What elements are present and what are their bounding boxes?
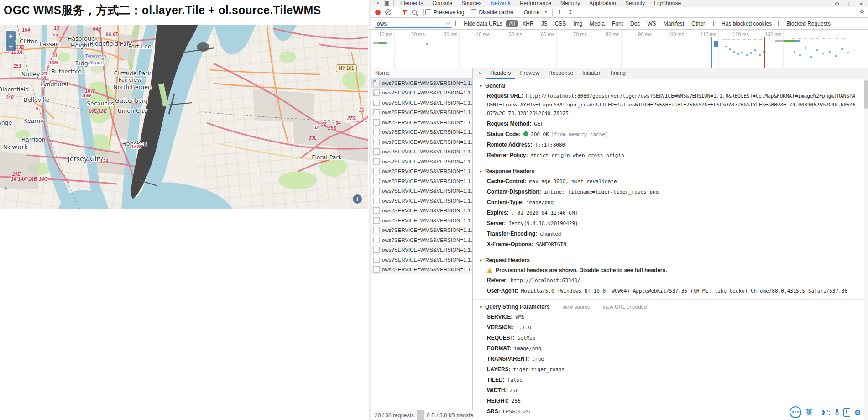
request-row[interactable]: ows?SERVICE=WMS&VERSION=1.1…. [371,265,472,275]
place-label: Cliffside Park [114,70,152,77]
overview-dash [759,39,762,40]
section-expander-icon[interactable]: ▼ [479,258,483,263]
request-row[interactable]: ows?SERVICE=WMS&VERSION=1.1…. [371,88,472,98]
request-row[interactable]: ows?SERVICE=WMS&VERSION=1.1…. [371,127,472,137]
type-filter-ws[interactable]: WS [644,20,659,27]
section-title[interactable]: ▼Request Headers [473,255,864,265]
clear-icon[interactable] [385,9,391,15]
request-row[interactable]: ows?SERVICE=WMS&VERSION=1.1…. [371,157,472,167]
section-title[interactable]: ▼Query String Parametersview sourceview … [473,302,864,312]
section-expander-icon[interactable]: ▼ [479,305,483,310]
request-row[interactable]: ows?SERVICE=WMS&VERSION=1.1…. [371,215,472,226]
type-filter-font[interactable]: Font [609,20,626,27]
tab-elements[interactable]: Elements [396,0,428,7]
request-row[interactable]: ows?SERVICE=WMS&VERSION=1.1…. [371,226,472,236]
close-details-icon[interactable]: × [475,70,486,77]
type-filter-media[interactable]: Media [587,20,607,27]
header-row: Status Code:200 OK(from memory cache) [473,129,864,140]
ime-language-toggle[interactable]: 英 [805,408,813,417]
request-row[interactable]: ows?SERVICE=WMS&VERSION=1.1…. [371,186,472,196]
request-row[interactable]: ows?SERVICE=WMS&VERSION=1.1…. [371,167,472,177]
preserve-log-checkbox[interactable] [425,9,431,15]
request-row[interactable]: ows?SERVICE=WMS&VERSION=1.1…. [371,78,472,88]
tick-label: 70 ms [559,31,587,37]
export-har-icon[interactable]: ↧ [568,9,573,16]
openlayers-map[interactable]: CliftonPassaicHasbrouckHeightsRidgefield… [0,25,368,209]
details-tab-response[interactable]: Response [544,68,578,79]
ime-logo[interactable]: iFLY [790,406,801,418]
attribution-info-button[interactable]: i [353,194,362,204]
zoom-out-button[interactable]: − [6,41,16,51]
details-tab-timing[interactable]: Timing [605,68,630,79]
name-column-header[interactable]: Name [371,68,472,78]
details-tab-initiator[interactable]: Initiator [578,68,605,79]
moon-icon[interactable] [816,409,824,416]
section-expander-icon[interactable]: ▼ [479,169,483,174]
record-button[interactable] [375,10,381,15]
tab-network[interactable]: Network [486,0,515,7]
section-link[interactable]: view URL encoded [603,304,647,310]
type-filter-other[interactable]: Other [689,20,708,27]
clear-filter-icon[interactable]: ⊗ [446,21,450,26]
close-devtools-icon[interactable]: ✕ [859,1,863,7]
has-blocked-cookies-checkbox[interactable] [713,21,719,26]
tile-thumbnail-icon [373,237,380,243]
type-filter-js[interactable]: JS [539,20,550,27]
request-row[interactable]: ows?SERVICE=WMS&VERSION=1.1…. [371,98,472,108]
throttling-select[interactable]: Online [524,9,540,16]
blocked-requests-checkbox[interactable] [778,21,784,26]
type-filter-img[interactable]: Img [570,20,585,27]
microphone-icon[interactable] [835,409,839,416]
route-number-label: 17W [131,144,141,149]
zoom-in-button[interactable]: + [6,31,16,41]
voice-pad-icon[interactable] [843,408,850,417]
filter-input[interactable] [375,20,452,28]
type-filter-css[interactable]: CSS [552,20,569,27]
settings-gear-icon[interactable]: ⚙ [834,1,839,7]
section-expander-icon[interactable]: ▼ [479,84,483,89]
inspect-icon[interactable]: ⌖ [376,0,380,6]
overview-dash [754,39,757,40]
section-link[interactable]: view source [562,304,590,310]
tab-application[interactable]: Application [585,0,621,7]
request-row[interactable]: ows?SERVICE=WMS&VERSION=1.1…. [371,196,472,206]
request-row[interactable]: ows?SERVICE=WMS&VERSION=1.1…. [371,235,472,245]
request-row[interactable]: ows?SERVICE=WMS&VERSION=1.1…. [371,147,472,157]
tab-lighthouse[interactable]: Lighthouse [649,0,685,7]
hide-data-urls-checkbox[interactable] [455,21,461,26]
request-row[interactable]: ows?SERVICE=WMS&VERSION=1.1…. [371,245,472,255]
ime-punctuation-toggle[interactable]: ’; [827,409,831,416]
request-row[interactable]: ows?SERVICE=WMS&VERSION=1.1…. [371,206,472,216]
tab-performance[interactable]: Performance [515,0,556,7]
type-filter-doc[interactable]: Doc [627,20,643,27]
tab-security[interactable]: Security [621,0,649,7]
type-filter-all[interactable]: All [506,20,518,27]
filter-funnel-icon[interactable] [402,10,408,15]
details-scrollbar[interactable] [864,79,868,420]
grid-line [718,30,719,68]
type-filter-manifest[interactable]: Manifest [661,20,687,27]
network-settings-gear-icon[interactable]: ⚙ [859,8,864,15]
request-row[interactable]: ows?SERVICE=WMS&VERSION=1.1…. [371,137,472,147]
ime-settings-gear-icon[interactable]: ⚙ [854,408,861,417]
request-row[interactable]: ows?SERVICE=WMS&VERSION=1.1…. [371,117,472,127]
device-toolbar-icon[interactable]: ▣ [384,0,389,6]
search-icon[interactable] [412,10,417,15]
request-row[interactable]: ows?SERVICE=WMS&VERSION=1.1…. [371,176,472,186]
section-title[interactable]: ▼General [473,81,864,91]
tab-memory[interactable]: Memory [556,0,585,7]
import-har-icon[interactable]: ↥ [557,9,562,16]
request-row[interactable]: ows?SERVICE=WMS&VERSION=1.1…. [371,255,472,265]
divider [423,9,424,16]
network-overview-timeline[interactable]: 10 ms20 ms30 ms40 ms50 ms60 ms70 ms80 ms… [371,30,868,68]
type-filter-xhr[interactable]: XHR [519,20,536,27]
scrollbar-thumb[interactable] [864,80,868,109]
details-tab-preview[interactable]: Preview [515,68,544,79]
kebab-menu-icon[interactable]: ⋮ [847,1,852,7]
disable-cache-checkbox[interactable] [471,9,476,15]
section-title[interactable]: ▼Response Headers [473,166,864,176]
tab-sources[interactable]: Sources [457,0,486,7]
details-tab-headers[interactable]: Headers [486,68,515,79]
tab-console[interactable]: Console [428,0,457,7]
request-row[interactable]: ows?SERVICE=WMS&VERSION=1.1…. [371,108,472,118]
